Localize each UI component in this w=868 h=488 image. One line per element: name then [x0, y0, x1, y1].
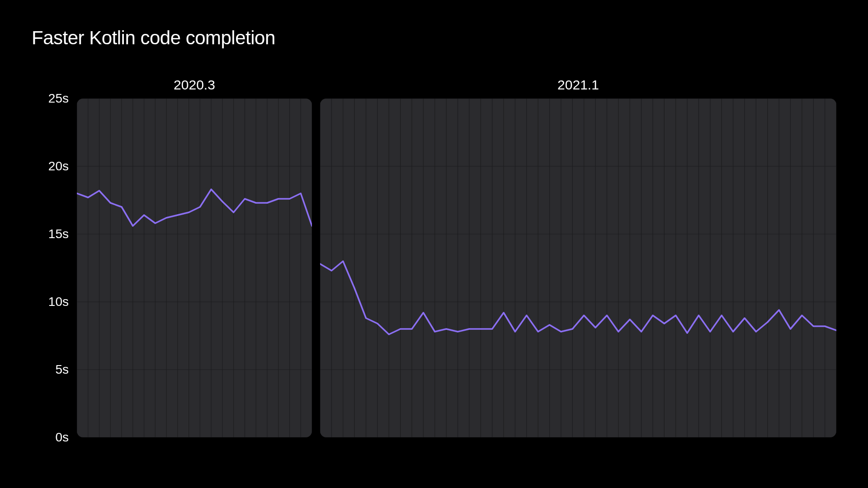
chart-title: Faster Kotlin code completion	[32, 27, 836, 49]
y-axis-tick: 25s	[48, 91, 69, 106]
data-series-line	[77, 189, 312, 226]
chart-area: 25s20s15s10s5s0s 2020.3 2021.1	[32, 71, 836, 437]
y-axis-tick: 5s	[55, 362, 69, 377]
panel-label-right: 2021.1	[320, 71, 836, 99]
chart-panel-left	[77, 99, 312, 437]
panel-label-left: 2020.3	[77, 71, 312, 99]
y-axis-tick: 10s	[48, 295, 69, 309]
y-axis-tick: 0s	[55, 430, 69, 445]
data-series-line	[320, 261, 836, 334]
y-axis: 25s20s15s10s5s0s	[32, 99, 77, 437]
y-axis-tick: 15s	[48, 227, 69, 241]
y-axis-tick: 20s	[48, 159, 69, 174]
chart-panel-right	[320, 99, 836, 437]
